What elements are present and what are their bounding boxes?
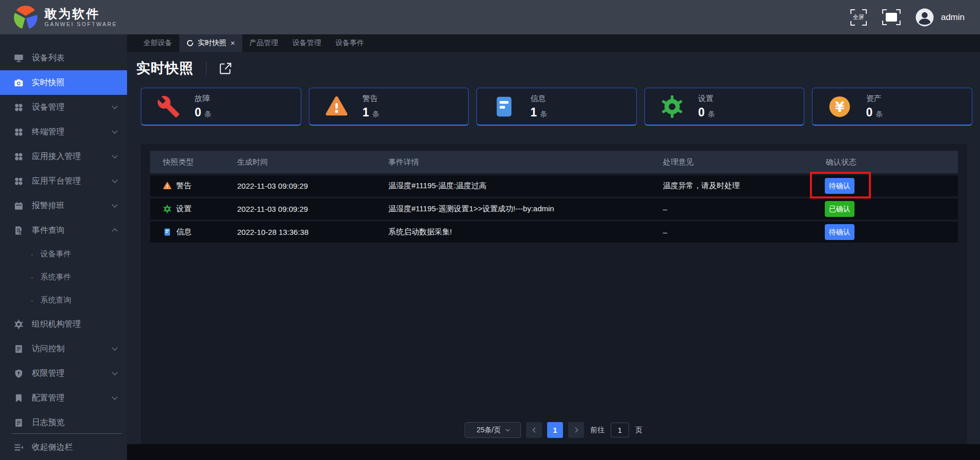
tab-label: 实时快照 bbox=[198, 38, 226, 48]
stat-card-label: 信息 bbox=[530, 94, 547, 104]
stat-card-text: 警告1条 bbox=[363, 94, 380, 119]
page-size-select[interactable]: 25条/页 bbox=[465, 422, 521, 438]
stat-card-unit: 条 bbox=[372, 110, 379, 118]
sidebar-item-config-mgmt[interactable]: 配置管理 bbox=[0, 386, 127, 410]
chevron-down-icon bbox=[112, 128, 117, 133]
status-wrap: 已确认 bbox=[825, 201, 854, 217]
page-title: 实时快照 bbox=[136, 59, 194, 77]
table-row: 设置2022-11-03 09:09:29温湿度#11195-遥测设置1>>设置… bbox=[150, 198, 958, 219]
sidebar-item-org-mgmt[interactable]: 组织机构管理 bbox=[0, 312, 127, 336]
stat-card-text: 故障0条 bbox=[195, 94, 212, 119]
tab-close-icon[interactable]: × bbox=[231, 39, 235, 47]
bookmark-icon bbox=[14, 393, 24, 403]
event-detail-cell: 温湿度#11195-温度:温度过高 bbox=[388, 181, 663, 191]
sidebar-item-alarm-schedule[interactable]: 报警排班 bbox=[0, 193, 127, 218]
sidebar-subitem-system-query[interactable]: ·系统查询 bbox=[0, 289, 127, 312]
tab-product-mgmt[interactable]: 产品管理 bbox=[242, 34, 285, 52]
snapshot-type-label: 信息 bbox=[176, 227, 192, 237]
stat-card-value: 0条 bbox=[698, 106, 715, 119]
main-area: 全部设备实时快照×产品管理设备管理设备事件 实时快照 故障0条警告1条信息1条设… bbox=[127, 34, 980, 460]
fullscreen-rect-icon[interactable] bbox=[882, 9, 901, 25]
status-wrap: 待确认 bbox=[825, 178, 854, 194]
sidebar-item-label: 设备列表 bbox=[32, 53, 65, 64]
sidebar-item-realtime-snapshot[interactable]: 实时快照 bbox=[0, 70, 127, 95]
sidebar-item-permission-mgmt[interactable]: 权限管理 bbox=[0, 361, 127, 386]
external-link-icon[interactable] bbox=[219, 62, 233, 75]
sidebar-item-access-control[interactable]: 访问控制 bbox=[0, 336, 127, 361]
sidebar-item-label: 事件查询 bbox=[32, 225, 65, 236]
event-detail-cell: 温湿度#11195-遥测设置1>>设置成功!---by:admin bbox=[388, 204, 663, 214]
tab-label: 设备事件 bbox=[336, 38, 364, 48]
username[interactable]: admin bbox=[941, 12, 965, 23]
title-divider bbox=[206, 62, 206, 75]
sidebar-item-label: 实时快照 bbox=[32, 77, 65, 88]
next-page-button[interactable] bbox=[568, 422, 584, 438]
sidebar-item-log-preview[interactable]: 日志预览 bbox=[0, 410, 127, 435]
bullet-icon: · bbox=[31, 250, 33, 258]
tab-device-mgmt[interactable]: 设备管理 bbox=[285, 34, 328, 52]
goto-page-input[interactable] bbox=[611, 423, 629, 437]
brand-title: 敢为软件 bbox=[45, 7, 117, 21]
bullet-icon: · bbox=[31, 273, 33, 282]
stat-card-fault: 故障0条 bbox=[141, 88, 301, 126]
sidebar-item-label: 访问控制 bbox=[32, 344, 65, 354]
tab-label: 设备管理 bbox=[293, 38, 321, 48]
info-icon bbox=[492, 95, 516, 118]
column-header: 处理意见 bbox=[663, 157, 811, 167]
generated-time-cell: 2022-11-03 09:09:29 bbox=[237, 182, 388, 190]
sidebar-item-device-list[interactable]: 设备列表 bbox=[0, 46, 127, 70]
table-body: 警告2022-11-03 09:09:29温湿度#11195-温度:温度过高温度… bbox=[150, 175, 958, 243]
sidebar-item-app-platform-mgmt[interactable]: 应用平台管理 bbox=[0, 169, 127, 193]
status-cell: 待确认 bbox=[811, 224, 958, 240]
table-header: 快照类型生成时间事件详情处理意见确认状态 bbox=[150, 151, 958, 173]
sidebar-item-event-query[interactable]: 事件查询 bbox=[0, 218, 127, 243]
sidebar-item-device-mgmt[interactable]: 设备管理 bbox=[0, 95, 127, 119]
collapse-icon bbox=[14, 443, 24, 452]
app-root: 敢为软件 GANWEI SOFTWARE 全屏 admin 设备列表实时快照设备… bbox=[0, 0, 980, 460]
sidebar-item-terminal-mgmt[interactable]: 终端管理 bbox=[0, 119, 127, 144]
tab-all-devices[interactable]: 全部设备 bbox=[136, 34, 179, 52]
avatar[interactable] bbox=[915, 8, 934, 27]
sidebar-subitem-system-events[interactable]: ·系统事件 bbox=[0, 266, 127, 289]
sidebar-item-label: 终端管理 bbox=[32, 127, 65, 137]
sidebar-item-collapse-sidebar[interactable]: 收起侧边栏 bbox=[0, 435, 127, 459]
table-row: 信息2022-10-28 13:36:38系统启动数据采集!–待确认 bbox=[150, 222, 958, 243]
snapshot-type-cell: 设置 bbox=[150, 204, 237, 214]
stat-card-value: 0条 bbox=[866, 106, 883, 119]
bullet-icon: · bbox=[31, 296, 33, 305]
page-number-1[interactable]: 1 bbox=[547, 422, 563, 438]
stat-card-value: 1条 bbox=[363, 106, 380, 119]
shield-icon bbox=[14, 369, 24, 378]
opinion-cell: – bbox=[663, 228, 811, 236]
status-button[interactable]: 待确认 bbox=[825, 224, 854, 240]
status-button[interactable]: 待确认 bbox=[825, 178, 854, 194]
sidebar-subitem-label: 设备事件 bbox=[40, 249, 71, 259]
page-head: 实时快照 bbox=[127, 52, 980, 84]
sidebar-item-app-access-mgmt[interactable]: 应用接入管理 bbox=[0, 144, 127, 169]
stat-card-unit: 条 bbox=[875, 110, 883, 118]
tab-device-events[interactable]: 设备事件 bbox=[328, 34, 371, 52]
grid-icon bbox=[14, 176, 24, 186]
chevron-down-icon bbox=[112, 345, 117, 350]
stat-card-asset: ¥资产0条 bbox=[812, 88, 972, 126]
sidebar-item-label: 权限管理 bbox=[32, 368, 65, 379]
prev-page-button[interactable] bbox=[526, 422, 542, 438]
stat-card-text: 资产0条 bbox=[866, 94, 883, 119]
fullscreen-text-icon[interactable]: 全屏 bbox=[850, 9, 867, 26]
snapshot-type-label: 警告 bbox=[176, 181, 192, 191]
footer-strip bbox=[127, 444, 980, 460]
opinion-cell: 温度异常，请及时处理 bbox=[663, 181, 811, 191]
chevron-down-icon bbox=[112, 152, 117, 158]
stat-card-label: 故障 bbox=[195, 94, 212, 104]
event-detail-cell: 系统启动数据采集! bbox=[388, 227, 663, 237]
snapshot-type-label: 设置 bbox=[176, 204, 192, 214]
stat-card-label: 警告 bbox=[363, 94, 380, 104]
sidebar-subitem-device-events[interactable]: ·设备事件 bbox=[0, 243, 127, 266]
sidebar-item-label: 应用平台管理 bbox=[32, 176, 81, 187]
status-button[interactable]: 已确认 bbox=[825, 201, 854, 217]
svg-text:¥: ¥ bbox=[835, 98, 845, 114]
stat-card-value: 1条 bbox=[530, 106, 547, 119]
stat-card-value: 0条 bbox=[195, 106, 212, 119]
tab-realtime-snapshot[interactable]: 实时快照× bbox=[179, 34, 242, 52]
generated-time-cell: 2022-10-28 13:36:38 bbox=[237, 228, 388, 236]
